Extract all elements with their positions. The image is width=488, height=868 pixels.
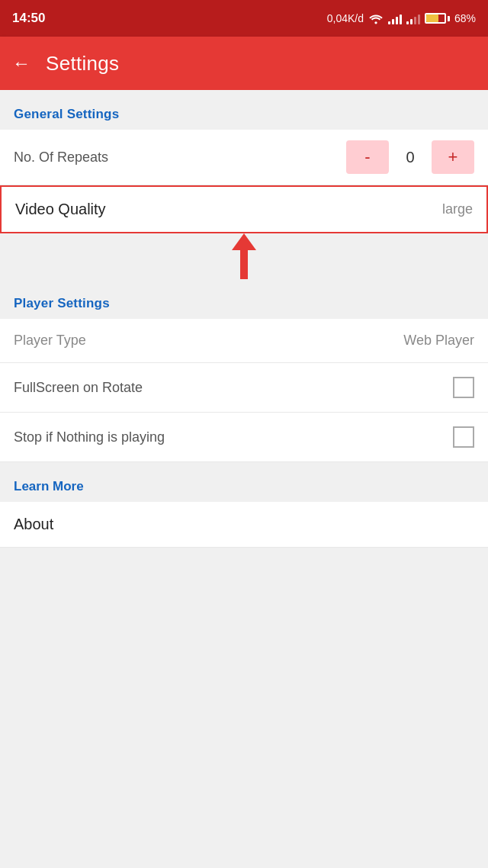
fullscreen-label: FullScreen on Rotate — [14, 380, 143, 396]
video-quality-label: Video Quality — [15, 201, 106, 218]
repeats-value: 0 — [389, 149, 432, 166]
about-row[interactable]: About — [0, 502, 488, 548]
video-quality-value: large — [442, 201, 473, 217]
about-label: About — [14, 516, 53, 532]
fullscreen-row[interactable]: FullScreen on Rotate — [0, 363, 488, 413]
learn-more-header[interactable]: Learn More — [0, 462, 488, 502]
general-settings-header: General Settings — [0, 90, 488, 130]
network-status: 0,04K/d — [327, 12, 364, 24]
battery-icon — [425, 13, 450, 24]
battery-percent: 68% — [454, 12, 476, 24]
stop-if-nothing-label: Stop if Nothing is playing — [14, 429, 165, 445]
fullscreen-checkbox[interactable] — [453, 377, 474, 398]
arrow-shaft — [240, 250, 248, 279]
repeats-label: No. Of Repeats — [14, 149, 108, 166]
wifi-icon — [368, 12, 384, 24]
repeats-minus-button[interactable]: - — [346, 140, 389, 174]
back-button[interactable]: ← — [12, 54, 30, 72]
annotation-arrow-container — [0, 233, 488, 279]
repeats-row: No. Of Repeats - 0 + — [0, 130, 488, 185]
app-title: Settings — [46, 52, 119, 76]
signal-icon-1 — [388, 12, 402, 24]
arrow-head — [232, 233, 256, 250]
repeats-control: - 0 + — [346, 140, 474, 174]
player-type-row[interactable]: Player Type Web Player — [0, 319, 488, 363]
status-right: 0,04K/d 68% — [327, 12, 476, 24]
repeats-plus-button[interactable]: + — [432, 140, 474, 174]
stop-if-nothing-row[interactable]: Stop if Nothing is playing — [0, 413, 488, 462]
video-quality-row[interactable]: Video Quality large — [0, 185, 488, 233]
player-settings-header: Player Settings — [0, 279, 488, 319]
player-type-value: Web Player — [403, 333, 474, 349]
annotation-arrow — [232, 233, 256, 279]
signal-icon-2 — [406, 12, 420, 24]
player-type-label: Player Type — [14, 333, 86, 349]
status-bar: 14:50 0,04K/d 68% — [0, 0, 488, 37]
status-time: 14:50 — [12, 11, 45, 26]
stop-if-nothing-checkbox[interactable] — [453, 426, 474, 448]
settings-content: General Settings No. Of Repeats - 0 + Vi… — [0, 90, 488, 548]
app-bar: ← Settings — [0, 37, 488, 90]
svg-point-0 — [374, 21, 377, 24]
